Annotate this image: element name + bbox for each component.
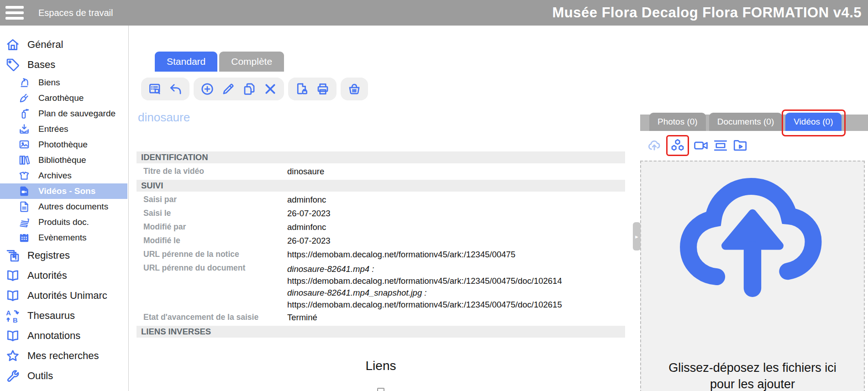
edit-pencil-icon[interactable] [221,82,235,96]
sidebar-item-label: Archives [38,171,72,181]
section-identification: IDENTIFICATION [137,151,625,163]
tab-videos[interactable]: Vidéos (0) [785,113,841,131]
video-camera-icon[interactable] [693,138,709,153]
sidebar-item-label: Vidéos - Sons [38,186,95,196]
field-value: adminfonc [287,222,625,232]
sidebar-item-bibliotheque[interactable]: Bibliothèque [0,152,128,168]
field-value: https://demobam.decalog.net/formationv45… [287,250,625,260]
sidebar-item-label: Mes recherches [27,350,99,362]
sidebar-item-annotations[interactable]: Annotations [0,326,128,346]
fire-extinguisher-icon [18,108,30,120]
sidebar-item-general[interactable]: Général [0,35,128,55]
field-value: adminfonc [287,195,625,205]
list-search-icon[interactable] [148,82,162,96]
sidebar-item-label: Général [27,39,63,51]
sidebar-item-thesaurus[interactable]: AB Thesaurus [0,306,128,326]
field-label: Saisi le [137,209,287,218]
sidebar-item-autorites-unimarc[interactable]: Autorités Unimarc [0,286,128,306]
cloud-upload-big-icon [675,165,830,302]
record-title: dinosaure [138,110,190,125]
field-label: Etat d'avancement de la saisie [137,313,287,322]
sidebar-item-phototheque[interactable]: Photothèque [0,137,128,152]
field-url-document: URL pérenne du document dinosaure-82641.… [137,261,625,311]
svg-text:A: A [6,309,11,317]
workspace-label[interactable]: Espaces de travail [38,8,113,18]
sidebar-item-autres-documents[interactable]: Autres documents [0,199,128,214]
sidebar-item-label: Plan de sauvegarde [38,109,116,119]
sidebar-item-label: Autorités Unimarc [27,290,107,302]
field-etat: Etat d'avancement de la saisie Terminé [137,311,625,324]
sort-ab-icon: AB [5,308,20,323]
open-book-icon [5,268,20,283]
field-label: Modifié par [137,222,287,232]
sidebar-item-entrees[interactable]: Entrées [0,121,128,137]
field-label: Titre de la vidéo [137,167,287,176]
add-circle-icon[interactable] [200,82,214,96]
sidebar: Général Bases Biens Carothèque Plan de s… [0,26,129,391]
home-icon [5,37,20,52]
file-dropzone[interactable]: Glissez-déposez les fichiers ici pour le… [640,161,865,391]
view-tabs: Standard Complète [155,52,284,72]
sidebar-item-outils[interactable]: Outils [0,366,128,386]
partial-icon [377,388,384,391]
document-filename: dinosaure-82641.mp4_snapshot.jpg : [287,287,625,299]
archive-box-icon [18,170,30,182]
tag-icon [5,57,20,72]
sidebar-item-label: Annotations [27,330,80,342]
dropzone-line2: pour les ajouter [641,376,864,391]
sidebar-item-autorites[interactable]: Autorités [0,266,128,286]
document-filename: dinosaure-82641.mp4 : [287,263,625,275]
field-saisi-par: Saisi par adminfonc [137,193,625,207]
photo-icon [18,139,30,151]
tab-documents[interactable]: Documents (0) [709,113,783,131]
basket-icon[interactable] [347,82,361,96]
printer-icon[interactable] [316,82,330,96]
core-sample-icon [18,92,30,104]
sidebar-item-carotheque[interactable]: Carothèque [0,90,128,106]
registers-icon [5,248,20,263]
panel-splitter-handle[interactable]: ▸ [633,222,641,250]
tab-complete[interactable]: Complète [219,52,284,72]
sidebar-item-produits-doc[interactable]: Produits doc. [0,214,128,230]
sidebar-item-archives[interactable]: Archives [0,168,128,183]
calendar-icon [18,232,30,244]
app-title: Musée Flora Decalog Flora FORMATION v4.5 [552,5,862,21]
delete-x-icon[interactable] [263,82,277,96]
export-document-icon[interactable] [295,82,309,96]
sidebar-item-mes-recherches[interactable]: Mes recherches [0,346,128,366]
sidebar-item-plan-de-sauvegarde[interactable]: Plan de sauvegarde [0,106,128,121]
media-tabs: Photos (0) Documents (0) Vidéos (0) [649,113,842,131]
film-timeline-icon[interactable] [713,138,728,153]
sidebar-item-registres[interactable]: Registres [0,245,128,266]
toolbar-group-edit [194,78,284,100]
sidebar-item-evenements[interactable]: Evènements [0,230,128,245]
undo-icon[interactable] [169,82,183,96]
copy-icon[interactable] [242,82,256,96]
field-label: URL pérenne de la notice [137,250,287,259]
wrench-icon [5,369,20,383]
cloud-upload-icon[interactable] [647,138,662,153]
video-folder-icon[interactable] [732,138,748,153]
record-table: IDENTIFICATION Titre de la vidéo dinosau… [137,150,625,339]
field-modifie-le: Modifié le 26-07-2023 [137,234,625,248]
field-value: Terminé [287,313,625,323]
field-titre: Titre de la vidéo dinosaure [137,165,625,178]
tab-standard[interactable]: Standard [155,52,217,72]
tab-photos[interactable]: Photos (0) [649,113,706,131]
app-header: Espaces de travail Musée Flora Decalog F… [0,0,868,26]
sidebar-item-label: Bibliothèque [38,155,86,165]
field-label: Modifié le [137,236,287,245]
inbox-download-icon [18,123,30,135]
field-url-notice: URL pérenne de la notice https://demobam… [137,248,625,261]
open-book-icon [5,328,20,343]
section-suivi: SUIVI [137,180,625,192]
sidebar-item-videos-sons[interactable]: Vidéos - Sons [0,183,127,199]
svg-text:B: B [13,317,18,323]
sidebar-item-label: Bases [27,59,55,71]
hamburger-menu-icon[interactable] [5,6,24,20]
sidebar-item-biens[interactable]: Biens [0,75,128,90]
sidebar-item-bases[interactable]: Bases [0,55,128,75]
sidebar-item-label: Biens [38,78,60,88]
cubes-icon[interactable] [670,138,685,153]
chess-knight-icon [18,77,30,89]
